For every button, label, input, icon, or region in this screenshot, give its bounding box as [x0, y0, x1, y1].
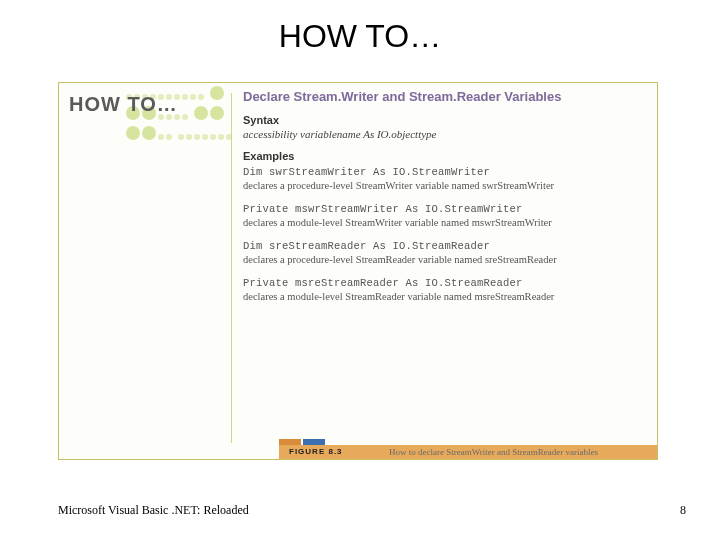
figure-caption: How to declare StreamWriter and StreamRe…: [389, 445, 598, 459]
figure-box: HOW TO… Declare Stream.Writer and Stream…: [58, 82, 658, 460]
example-code: Private mswrStreamWriter As IO.StreamWri…: [243, 203, 645, 215]
figure-content: Declare Stream.Writer and Stream.Reader …: [243, 89, 645, 314]
section-title: Declare Stream.Writer and Stream.Reader …: [243, 89, 645, 104]
example-block: Dim swrStreamWriter As IO.StreamWriter d…: [243, 166, 645, 191]
examples-heading: Examples: [243, 150, 645, 162]
figure-caption-bar: FIGURE 8.3 How to declare StreamWriter a…: [279, 437, 657, 459]
example-desc: declares a module-level StreamWriter var…: [243, 217, 645, 228]
example-code: Dim sreStreamReader As IO.StreamReader: [243, 240, 645, 252]
example-desc: declares a module-level StreamReader var…: [243, 291, 645, 302]
slide: HOW TO… HOW TO… Declare Stream.Writer an…: [0, 0, 720, 540]
example-desc: declares a procedure-level StreamWriter …: [243, 180, 645, 191]
example-block: Private msreStreamReader As IO.StreamRea…: [243, 277, 645, 302]
example-code: Private msreStreamReader As IO.StreamRea…: [243, 277, 645, 289]
example-code: Dim swrStreamWriter As IO.StreamWriter: [243, 166, 645, 178]
example-block: Private mswrStreamWriter As IO.StreamWri…: [243, 203, 645, 228]
example-desc: declares a procedure-level StreamReader …: [243, 254, 645, 265]
vertical-divider: [231, 93, 232, 443]
footer-book-title: Microsoft Visual Basic .NET: Reloaded: [58, 503, 249, 518]
footer-page-number: 8: [680, 503, 686, 518]
slide-title: HOW TO…: [0, 18, 720, 55]
howto-heading: HOW TO…: [69, 93, 178, 116]
figure-number: FIGURE 8.3: [289, 445, 343, 459]
syntax-line: accessibility variablename As IO.objectt…: [243, 128, 645, 140]
example-block: Dim sreStreamReader As IO.StreamReader d…: [243, 240, 645, 265]
syntax-heading: Syntax: [243, 114, 645, 126]
